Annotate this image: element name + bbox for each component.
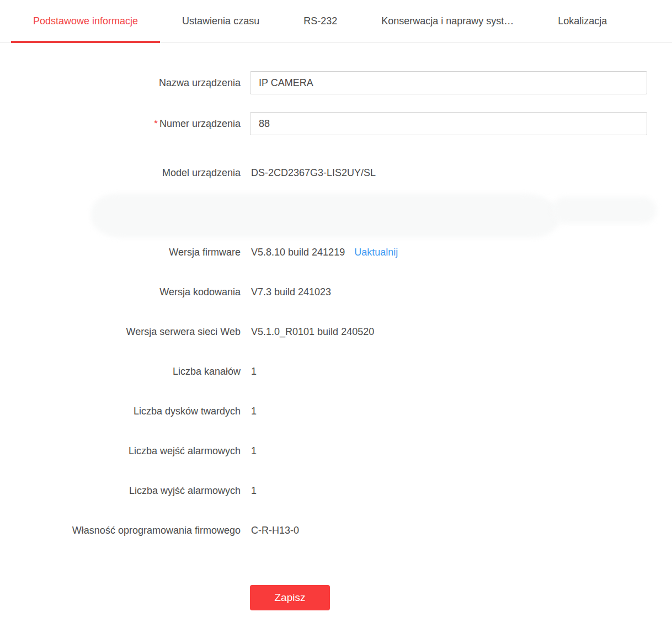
device-number-row: *Numer urządzenia [0, 112, 672, 135]
channel-count-row: Liczba kanałów 1 [0, 352, 672, 391]
firmware-property-label: Własność oprogramowania firmowego [0, 525, 241, 536]
device-number-label-text: Numer urządzenia [159, 118, 241, 129]
device-name-row: Nazwa urządzenia [0, 71, 672, 94]
basic-information-form: Nazwa urządzenia *Numer urządzenia Model… [0, 43, 672, 610]
redaction-smudge [91, 194, 560, 238]
firmware-version-value: V5.8.10 build 241219 [251, 247, 345, 258]
channel-count-value: 1 [251, 366, 257, 377]
device-model-row: Model urządzenia DS-2CD2367G3-LIS2UY/SL [0, 153, 672, 193]
encoding-version-label: Wersja kodowania [0, 286, 241, 298]
alarm-output-count-label: Liczba wyjść alarmowych [0, 485, 241, 497]
alarm-output-count-row: Liczba wyjść alarmowych 1 [0, 471, 672, 510]
settings-tab-bar: Podstawowe informacje Ustawienia czasu R… [0, 0, 672, 43]
web-server-version-value: V5.1.0_R0101 build 240520 [251, 326, 374, 338]
tab-system-maintenance[interactable]: Konserwacja i naprawy syst… [359, 0, 536, 42]
encoding-version-value: V7.3 build 241023 [251, 286, 331, 298]
channel-count-label: Liczba kanałów [0, 366, 241, 377]
firmware-version-label: Wersja firmware [0, 247, 241, 258]
alarm-output-count-value: 1 [251, 485, 257, 497]
device-model-value: DS-2CD2367G3-LIS2UY/SL [251, 167, 376, 179]
firmware-property-value: C-R-H13-0 [251, 525, 299, 536]
encoding-version-row: Wersja kodowania V7.3 build 241023 [0, 272, 672, 312]
save-button-row: Zapisz [0, 585, 672, 610]
hdd-count-value: 1 [251, 406, 257, 417]
tab-rs232[interactable]: RS-232 [281, 0, 359, 42]
upgrade-link[interactable]: Uaktualnij [354, 247, 398, 258]
hdd-count-row: Liczba dysków twardych 1 [0, 391, 672, 431]
redacted-serial-row [0, 193, 672, 232]
firmware-version-row: Wersja firmware V5.8.10 build 241219 Uak… [0, 232, 672, 272]
hdd-count-label: Liczba dysków twardych [0, 406, 241, 417]
tab-time-settings[interactable]: Ustawienia czasu [160, 0, 281, 42]
device-model-label: Model urządzenia [0, 167, 241, 179]
device-name-label: Nazwa urządzenia [0, 77, 241, 89]
web-server-version-label: Wersja serwera sieci Web [0, 326, 241, 338]
save-button[interactable]: Zapisz [250, 585, 330, 610]
tab-localization[interactable]: Lokalizacja [536, 0, 629, 42]
device-number-input[interactable] [250, 112, 647, 135]
device-number-label: *Numer urządzenia [0, 118, 241, 130]
alarm-input-count-label: Liczba wejść alarmowych [0, 445, 241, 457]
required-asterisk: * [154, 118, 158, 129]
firmware-property-row: Własność oprogramowania firmowego C-R-H1… [0, 510, 672, 550]
alarm-input-count-value: 1 [251, 445, 257, 457]
redaction-smudge-edge [552, 197, 657, 224]
alarm-input-count-row: Liczba wejść alarmowych 1 [0, 431, 672, 471]
tab-basic-information[interactable]: Podstawowe informacje [11, 0, 160, 42]
device-name-input[interactable] [250, 71, 647, 94]
web-server-version-row: Wersja serwera sieci Web V5.1.0_R0101 bu… [0, 312, 672, 352]
